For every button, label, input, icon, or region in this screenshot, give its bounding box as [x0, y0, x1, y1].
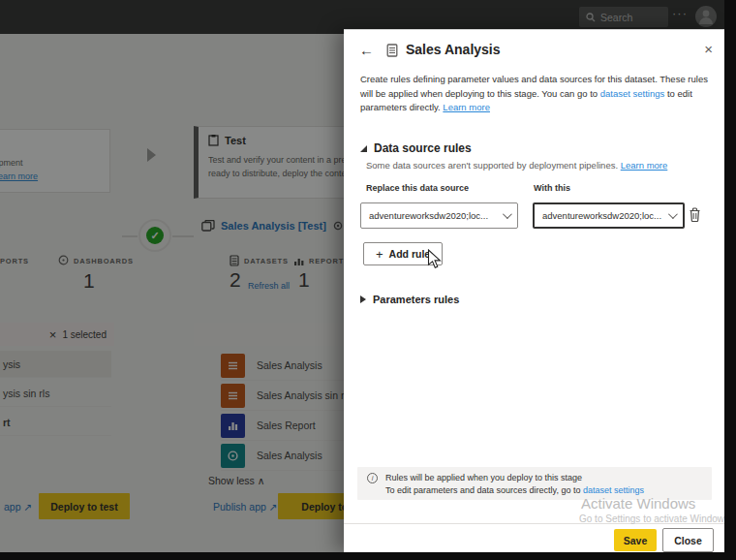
- dataset-settings-link[interactable]: dataset settings: [600, 88, 665, 99]
- data-source-rules-header[interactable]: Data source rules: [360, 141, 472, 155]
- chevron-down-icon: [668, 209, 678, 219]
- with-this-label: With this: [534, 183, 570, 193]
- section-collapsed-icon: [360, 296, 366, 303]
- chevron-down-icon: [503, 209, 512, 219]
- panel-title: Sales Analysis: [406, 42, 501, 57]
- save-button[interactable]: Save: [614, 529, 657, 551]
- panel-description: Create rules defining parameter values a…: [360, 73, 722, 115]
- info-banner: i Rules will be applied when you deploy …: [357, 467, 712, 500]
- with-this-dropdown[interactable]: adventureworksdw2020;loc...: [533, 202, 685, 229]
- panel-header: ← Sales Analysis ×: [344, 30, 724, 73]
- dataset-icon: [386, 44, 398, 57]
- data-source-rules-subtext: Some data sources aren't supported by de…: [366, 160, 667, 171]
- section-expanded-icon: [360, 145, 367, 152]
- screen: Search ··· content in a development st a…: [0, 0, 736, 560]
- plus-icon: +: [376, 247, 383, 262]
- window-edge-right: [724, 0, 736, 560]
- learn-more-link-2[interactable]: Learn more: [621, 160, 668, 171]
- info-line1: Rules will be applied when you deploy to…: [385, 473, 582, 482]
- replace-data-source-label: Replace this data source: [366, 183, 469, 193]
- footer-divider: [344, 523, 724, 524]
- learn-more-link[interactable]: Learn more: [443, 102, 490, 112]
- replace-data-source-dropdown[interactable]: adventureworksdw2020;loc...: [360, 202, 518, 229]
- data-source-rules-title: Data source rules: [374, 141, 472, 155]
- delete-rule-icon[interactable]: [688, 206, 702, 223]
- mouse-cursor: [427, 249, 443, 269]
- back-button[interactable]: ←: [359, 42, 374, 58]
- info-icon: i: [367, 473, 378, 483]
- dataset-settings-link-footer[interactable]: dataset settings: [583, 485, 644, 495]
- window-edge-bottom: [0, 552, 736, 560]
- parameters-rules-header[interactable]: Parameters rules: [360, 294, 459, 305]
- dataset-rules-panel: ← Sales Analysis × Create rules defining…: [344, 29, 724, 552]
- close-button[interactable]: Close: [662, 528, 714, 552]
- close-icon[interactable]: ×: [704, 41, 713, 57]
- parameters-rules-title: Parameters rules: [373, 294, 459, 305]
